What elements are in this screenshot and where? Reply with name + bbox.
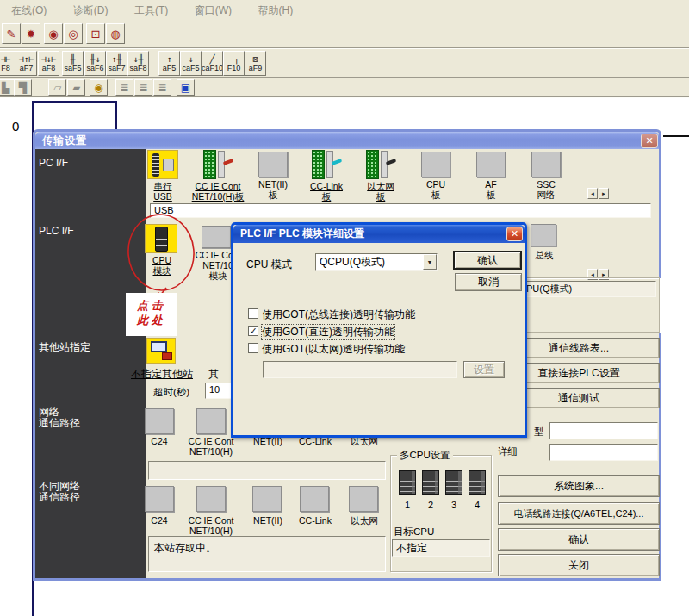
got-direct-checkbox-label[interactable]: 使用GOT(直连)透明传输功能 (262, 325, 394, 339)
ladder-key-caf10[interactable]: ╱caF10 (202, 51, 223, 76)
conetroute-option-c24[interactable] (145, 486, 174, 512)
sub-cancel-button[interactable]: 取消 (455, 273, 522, 291)
ladder-key-saf7[interactable]: ↑╫saF7 (106, 51, 127, 76)
pcif-option-serial-usb[interactable]: 串行USB (135, 150, 190, 202)
toolbar-window-switch-button[interactable]: ⊡ (86, 23, 105, 44)
ladder-key-af7[interactable]: ⊣↑⊢aF7 (16, 51, 37, 76)
menu-online[interactable]: 在线(O) (0, 0, 58, 22)
system-image-button[interactable]: 系统图象... (498, 475, 660, 497)
ladder-symbol-icon: ⊣↓⊢ (40, 54, 56, 64)
scroll-right-icon[interactable]: ► (599, 188, 609, 199)
multicpu-4-icon[interactable] (469, 470, 486, 495)
sub-ok-button[interactable]: 确认 (453, 251, 522, 270)
program-icon: ▙ (2, 82, 9, 94)
ladder-key-af9[interactable]: ⊠aF9 (245, 51, 266, 76)
detail-field (549, 444, 658, 461)
sidebar-item-network-route: 通信路径 (39, 416, 80, 431)
got-bus-checkbox-label[interactable]: 使用GOT(总线连接)透明传输功能 (262, 308, 415, 322)
c24-icon (145, 486, 174, 512)
ladder-key-af8[interactable]: ⊣↓⊢aF8 (38, 51, 59, 76)
toolbar-find-button[interactable]: ◉ (44, 23, 63, 44)
close-icon[interactable]: ✕ (641, 134, 658, 148)
got-direct-checkbox[interactable]: ✓ (248, 326, 258, 336)
pcif-option-cpu-board[interactable]: CPU板 (408, 150, 463, 200)
window-cascade-icon: ▰ (72, 82, 80, 94)
netroute-option-c24[interactable] (145, 408, 174, 434)
pcif-option-ccie-board[interactable]: CC IE ContNET/10(H)板 (190, 150, 245, 202)
conetroute-option-ethernet[interactable] (349, 486, 378, 512)
toolbar-gray-button-1[interactable]: ▙ (0, 79, 15, 96)
other-station-option[interactable] (146, 338, 176, 364)
got-setting-button: 设置 (463, 361, 505, 378)
ladder-symbol-icon: ↓╫ (133, 54, 143, 64)
toolbar-ladder-block-button-3[interactable]: ≣ (153, 79, 171, 96)
multicpu-1-icon[interactable] (399, 470, 416, 495)
conetroute-option-cclink[interactable] (300, 486, 329, 512)
menu-window[interactable]: 窗口(W) (183, 0, 243, 22)
no-other-station-label[interactable]: 不指定其他站 (131, 367, 193, 382)
other-station-partial-label[interactable]: 其 (208, 367, 219, 382)
toolbar-ladder-block-button-1[interactable]: ≣ (115, 79, 133, 96)
main-close-button[interactable]: 关闭 (498, 554, 660, 576)
multicpu-title: 多CPU设置 (397, 449, 453, 462)
dialog-title-bar[interactable]: 传输设置 (35, 132, 659, 149)
ladder-symbol-icon: ╫↓ (90, 54, 100, 64)
pcif-option-af-board[interactable]: AF板 (463, 150, 518, 200)
menu-tools[interactable]: 工具(T) (123, 0, 179, 22)
pcif-option-ssc-network[interactable]: SSC网络 (518, 150, 574, 200)
cpu-mode-value: QCPU(Q模式) (316, 255, 423, 270)
subdialog-title-bar[interactable]: PLC I/F PLC 模块详细设置 (233, 225, 525, 243)
ladder-key-saf5[interactable]: ╫saF5 (62, 51, 84, 76)
menu-bar: 在线(O) 诊断(D) 工具(T) 窗口(W) 帮助(H) (0, 0, 304, 19)
conetroute-option-ccie[interactable] (196, 486, 226, 512)
cclink-board-icon (311, 150, 342, 179)
got-bus-checkbox[interactable] (248, 308, 258, 319)
ladder-top-line (33, 101, 116, 103)
close-icon[interactable]: ✕ (506, 227, 523, 241)
main-ok-button[interactable]: 确认 (498, 528, 660, 551)
pcif-option-ethernet-board[interactable]: 以太网板 (353, 150, 408, 202)
toolbar-monitor-button[interactable]: ◉ (90, 79, 108, 96)
ethernet-board-icon (365, 150, 396, 179)
toolbar-window-cascade-button[interactable]: ▰ (67, 79, 85, 96)
ladder-key-f10[interactable]: ─┐F10 (223, 51, 245, 76)
got-ethernet-checkbox[interactable] (248, 343, 258, 353)
target-cpu-value-field[interactable]: 不指定 (392, 539, 490, 557)
pcif-value-field[interactable]: USB (150, 203, 651, 218)
ladder-key-af5[interactable]: ↑aF5 (158, 51, 180, 76)
toolbar-separator (0, 47, 689, 49)
conetroute-option-net2[interactable] (252, 486, 282, 512)
ladder-rung-line (663, 135, 689, 137)
toolbar-screen-button[interactable]: ▣ (177, 79, 195, 96)
multicpu-3-icon[interactable] (445, 470, 462, 495)
pcif-option-cclink-board[interactable]: CC-Link板 (299, 150, 354, 202)
conetroute-label-cclink: CC-Link (289, 515, 341, 526)
ladder-key-f8[interactable]: ⊣⊢F8 (0, 51, 16, 76)
plcif-option-bus[interactable] (531, 224, 556, 246)
ladder-key-saf8[interactable]: ↓╫saF8 (127, 51, 149, 76)
menu-diagnostics[interactable]: 诊断(D) (62, 0, 120, 22)
toolbar-find-replace-button[interactable]: ◎ (64, 23, 83, 44)
ladder-key-saf6[interactable]: ╫↓saF6 (84, 51, 106, 76)
write-icon: ✎ (7, 28, 16, 40)
monitor-search-icon: ◉ (94, 82, 102, 94)
phone-line-connect-button[interactable]: 电话线路连接(Q/A6TEL,C24)... (498, 502, 660, 525)
chevron-down-icon[interactable]: ▼ (423, 254, 437, 270)
pcif-option-net2-board[interactable]: NET(II)板 (245, 150, 301, 200)
toolbar-ladder-block-button-2[interactable]: ≣ (134, 79, 152, 96)
scroll-left-icon[interactable]: ◄ (587, 188, 598, 199)
netroute-option-ccie[interactable] (196, 408, 226, 434)
got-ethernet-checkbox-label[interactable]: 使用GOT(以太网)透明传输功能 (262, 342, 405, 357)
toolbar-gray-button-2[interactable]: ▜ (14, 79, 32, 96)
toolbar-convert-button[interactable]: ✹ (22, 23, 40, 44)
multicpu-3-label: 3 (445, 500, 462, 510)
ladder-key-caf5[interactable]: ↓caF5 (180, 51, 202, 76)
access-status-panel: 本站存取中。 (148, 536, 386, 572)
menu-help[interactable]: 帮助(H) (246, 0, 304, 22)
ladder-symbol-icon: ⊣↑⊢ (18, 54, 34, 64)
toolbar-window-tile-button[interactable]: ▱ (48, 79, 66, 96)
cpu-mode-dropdown[interactable]: QCPU(Q模式) ▼ (315, 253, 438, 271)
multicpu-2-icon[interactable] (422, 470, 439, 495)
toolbar-write-button[interactable]: ✎ (2, 23, 21, 44)
toolbar-project-find-button[interactable]: ◍ (106, 23, 125, 44)
